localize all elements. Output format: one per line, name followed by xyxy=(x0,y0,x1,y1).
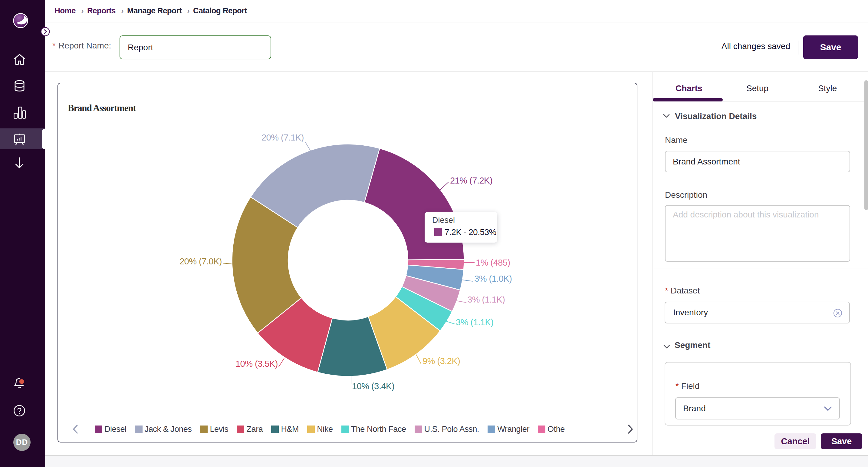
svg-text:3% (1.1K): 3% (1.1K) xyxy=(456,317,493,327)
svg-text:10% (3.4K): 10% (3.4K) xyxy=(352,381,394,391)
svg-text:3% (1.0K): 3% (1.0K) xyxy=(474,274,512,284)
svg-text:3% (1.1K): 3% (1.1K) xyxy=(467,295,505,304)
svg-text:1% (485): 1% (485) xyxy=(476,258,510,267)
svg-text:10% (3.5K): 10% (3.5K) xyxy=(236,359,278,369)
svg-text:20% (7.0K): 20% (7.0K) xyxy=(180,257,222,266)
svg-text:9% (3.2K): 9% (3.2K) xyxy=(423,356,460,366)
svg-text:20% (7.1K): 20% (7.1K) xyxy=(261,133,304,142)
svg-text:21% (7.2K): 21% (7.2K) xyxy=(450,176,492,185)
